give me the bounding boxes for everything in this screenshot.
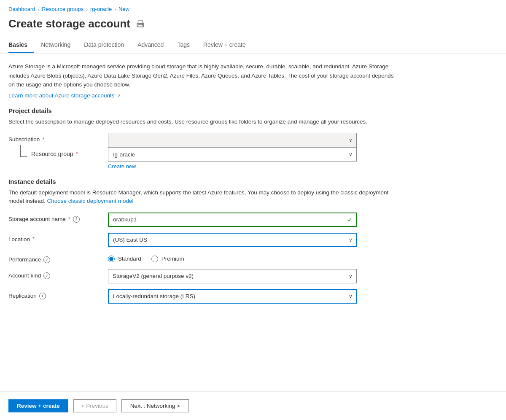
instance-details-title: Instance details: [8, 178, 396, 185]
breadcrumb-dashboard[interactable]: Dashboard: [8, 6, 35, 12]
storage-account-name-info-icon[interactable]: i: [73, 216, 80, 223]
subscription-control: ∨: [108, 133, 357, 147]
create-new-resource-group-link[interactable]: Create new: [108, 163, 136, 170]
print-icon[interactable]: [135, 19, 145, 29]
classic-deployment-link[interactable]: Choose classic deployment model: [47, 198, 134, 204]
replication-select[interactable]: Locally-redundant storage (LRS) Geo-redu…: [108, 289, 357, 304]
external-link-icon: ↗: [117, 93, 121, 98]
tabs: Basics Networking Data protection Advanc…: [0, 37, 506, 54]
performance-premium-radio[interactable]: [151, 256, 158, 262]
location-label: Location *: [8, 233, 101, 242]
project-details-title: Project details: [8, 107, 396, 114]
tab-data-protection[interactable]: Data protection: [77, 37, 131, 53]
storage-account-name-label: Storage account name * i: [8, 213, 101, 223]
replication-row: Replication i Locally-redundant storage …: [8, 289, 396, 304]
page-title: Create storage account: [8, 17, 130, 30]
review-create-button[interactable]: Review + create: [8, 399, 68, 412]
indent-connector: [20, 145, 27, 157]
replication-label: Replication i: [8, 289, 101, 299]
performance-premium-option[interactable]: Premium: [151, 256, 184, 262]
storage-account-name-valid-icon: ✓: [347, 216, 353, 223]
performance-standard-label: Standard: [118, 256, 141, 262]
storage-account-name-row: Storage account name * i ✓: [8, 213, 396, 227]
tab-advanced[interactable]: Advanced: [131, 37, 170, 53]
location-required: *: [32, 236, 35, 242]
account-kind-info-icon[interactable]: i: [43, 272, 50, 279]
subscription-required: *: [42, 137, 44, 143]
intro-description: Azure Storage is a Microsoft-managed ser…: [8, 62, 396, 89]
project-details-desc: Select the subscription to manage deploy…: [8, 118, 396, 126]
breadcrumb-sep-1: ›: [38, 7, 40, 12]
performance-standard-radio[interactable]: [108, 256, 115, 262]
subscription-select[interactable]: [108, 133, 357, 147]
location-select[interactable]: (US) East US (US) West US (EU) West Euro…: [108, 233, 357, 247]
breadcrumb: Dashboard › Resource groups › rg-oracle …: [0, 0, 506, 16]
resource-group-required: *: [76, 151, 78, 157]
performance-info-icon[interactable]: i: [43, 256, 50, 263]
location-control: (US) East US (US) West US (EU) West Euro…: [108, 233, 357, 247]
instance-details-desc: The default deployment model is Resource…: [8, 188, 396, 206]
replication-select-wrapper: Locally-redundant storage (LRS) Geo-redu…: [108, 289, 357, 304]
breadcrumb-resource-groups[interactable]: Resource groups: [42, 6, 83, 12]
performance-row: Performance i Standard Premium: [8, 253, 396, 263]
location-select-wrapper: (US) East US (US) West US (EU) West Euro…: [108, 233, 357, 247]
page-header: Create storage account: [0, 16, 506, 37]
storage-account-name-required: *: [68, 216, 70, 222]
footer: Review + create < Previous Next : Networ…: [0, 391, 506, 420]
account-kind-select-wrapper: StorageV2 (general purpose v2) BlobStora…: [108, 269, 357, 283]
storage-account-name-input[interactable]: [108, 213, 357, 227]
resource-group-section: Resource group * rg-oracle ∨ Create new: [8, 147, 396, 170]
resource-group-label-wrapper: Resource group *: [8, 147, 101, 157]
resource-group-select[interactable]: rg-oracle: [108, 147, 357, 162]
performance-label: Performance i: [8, 253, 101, 263]
main-content: Azure Storage is a Microsoft-managed ser…: [0, 54, 506, 352]
breadcrumb-sep-3: ›: [114, 7, 116, 12]
next-networking-button[interactable]: Next : Networking >: [121, 399, 189, 412]
account-kind-control: StorageV2 (general purpose v2) BlobStora…: [108, 269, 357, 283]
learn-more-link[interactable]: Learn more about Azure storage accounts …: [8, 92, 121, 99]
account-kind-row: Account kind i StorageV2 (general purpos…: [8, 269, 396, 283]
tab-networking[interactable]: Networking: [34, 37, 77, 53]
svg-point-3: [142, 24, 143, 24]
tab-tags[interactable]: Tags: [170, 37, 196, 53]
location-row: Location * (US) East US (US) West US (EU…: [8, 233, 396, 247]
resource-group-indent: Resource group *: [8, 147, 101, 157]
account-kind-select[interactable]: StorageV2 (general purpose v2) BlobStora…: [108, 269, 357, 283]
subscription-label: Subscription *: [8, 133, 101, 143]
previous-button[interactable]: < Previous: [73, 399, 116, 412]
breadcrumb-sep-2: ›: [86, 7, 88, 12]
performance-radio-group: Standard Premium: [108, 253, 357, 262]
account-kind-label: Account kind i: [8, 269, 101, 279]
storage-account-name-control: ✓: [108, 213, 357, 227]
breadcrumb-new[interactable]: New: [118, 6, 129, 12]
performance-standard-option[interactable]: Standard: [108, 256, 141, 262]
subscription-row: Subscription * ∨: [8, 133, 396, 147]
subscription-select-wrapper: ∨: [108, 133, 357, 147]
breadcrumb-rg-oracle[interactable]: rg-oracle: [90, 6, 112, 12]
svg-rect-2: [138, 24, 143, 27]
storage-account-name-input-wrapper: ✓: [108, 213, 357, 227]
replication-info-icon[interactable]: i: [39, 293, 46, 299]
replication-control: Locally-redundant storage (LRS) Geo-redu…: [108, 289, 357, 304]
resource-group-select-wrapper: rg-oracle ∨: [108, 147, 357, 162]
tab-review-create[interactable]: Review + create: [196, 37, 253, 53]
performance-premium-label: Premium: [161, 256, 184, 262]
tab-basics[interactable]: Basics: [8, 37, 34, 53]
performance-control: Standard Premium: [108, 253, 357, 262]
resource-group-control: rg-oracle ∨ Create new: [108, 147, 357, 170]
